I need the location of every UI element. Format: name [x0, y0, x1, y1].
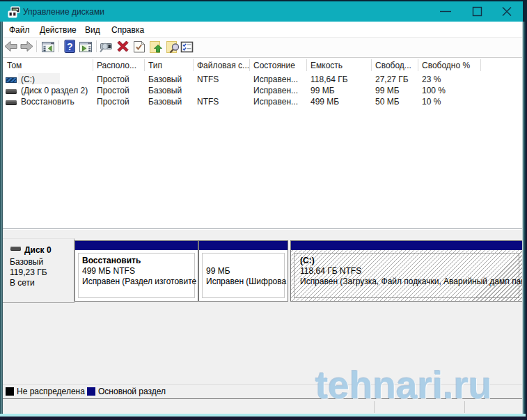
svg-text:?: ? — [67, 41, 73, 52]
